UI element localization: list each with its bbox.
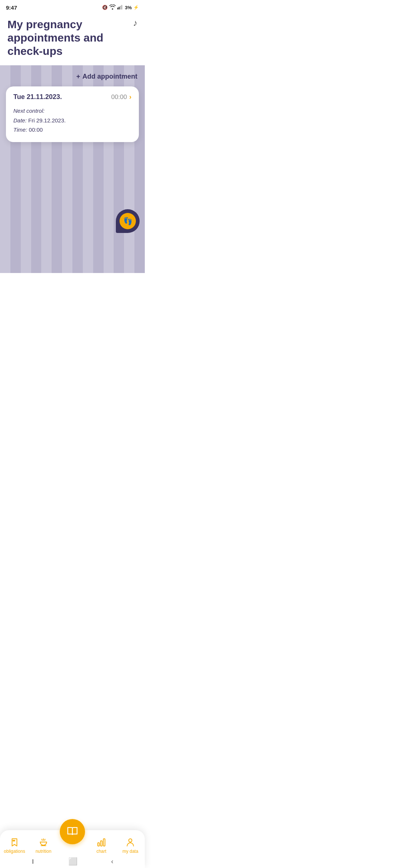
floating-btn-inner: 👣: [120, 213, 136, 229]
header: My pregnancy appointments and check-ups …: [0, 13, 145, 65]
plus-icon: +: [76, 73, 81, 80]
wifi-icon: [109, 4, 116, 11]
floating-btn-background: 👣: [116, 209, 140, 233]
footprint-icon: 👣: [123, 217, 133, 226]
appointment-date: Tue 21.11.2023.: [13, 93, 62, 101]
next-control-label: Next control:: [13, 106, 131, 116]
next-control-date: Date: Fri 29.12.2023.: [13, 116, 131, 125]
status-icons: 🔇 3% ⚡: [102, 4, 139, 11]
page-title: My pregnancy appointments and check-ups: [7, 18, 126, 58]
next-control-time: Time: 00:00: [13, 125, 131, 135]
svg-rect-1: [119, 7, 120, 9]
card-body: Next control: Date: Fri 29.12.2023. Time…: [13, 106, 131, 135]
card-time-row: 00:00 ›: [111, 93, 131, 101]
add-appointment-label: Add appointment: [82, 73, 137, 80]
appointment-time: 00:00: [111, 93, 127, 101]
battery-icon: ⚡: [133, 5, 139, 10]
svg-rect-2: [120, 6, 121, 9]
svg-rect-3: [121, 5, 122, 9]
status-time: 9:47: [6, 4, 17, 11]
status-bar: 9:47 🔇 3% ⚡: [0, 0, 145, 13]
signal-icon: [117, 4, 123, 11]
add-appointment-button[interactable]: + Add appointment: [0, 65, 145, 86]
music-icon[interactable]: ♪: [133, 18, 137, 28]
battery-text: 3%: [125, 5, 132, 10]
appointment-card[interactable]: Tue 21.11.2023. 00:00 › Next control: Da…: [6, 86, 139, 142]
main-content: + Add appointment Tue 21.11.2023. 00:00 …: [0, 65, 145, 273]
card-header: Tue 21.11.2023. 00:00 ›: [13, 93, 131, 101]
chevron-right-icon[interactable]: ›: [129, 93, 131, 101]
mute-icon: 🔇: [102, 5, 108, 10]
floating-chat-button[interactable]: 👣: [116, 209, 140, 236]
svg-rect-0: [117, 7, 118, 9]
